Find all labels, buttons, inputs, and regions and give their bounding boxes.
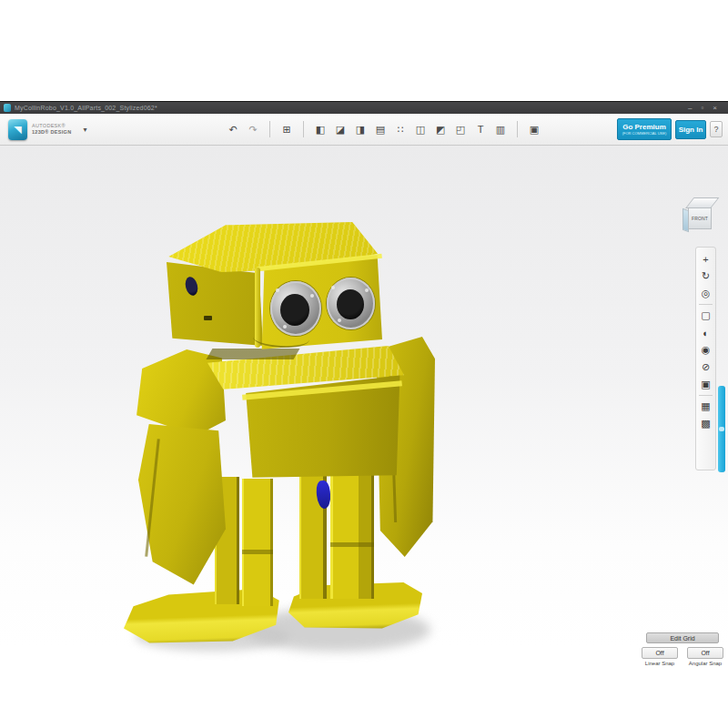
- window-title: MyCollinRobo_V1.0_AllParts_002_Stylized0…: [15, 105, 157, 111]
- robot-right-eye-sensor: [327, 278, 375, 329]
- linear-snap-button[interactable]: Off: [642, 647, 678, 659]
- toolbar-separator: [269, 121, 270, 137]
- brand-line-123d: 123D® DESIGN: [32, 129, 71, 136]
- view-cube[interactable]: FRONT: [682, 197, 715, 238]
- brand-line-autodesk: AUTODESK®: [32, 123, 71, 129]
- robot-head-slot: [204, 316, 212, 320]
- go-premium-sublabel: (FOR COMMERCIAL USE): [618, 131, 671, 136]
- tool-grouping-icon[interactable]: ◫: [413, 120, 428, 138]
- window-controls: – ▫ ×: [688, 104, 724, 113]
- snap-buttons-row: Off Linear Snap Off Angular Snap: [640, 647, 725, 666]
- tool-measure-icon[interactable]: ◰: [453, 120, 468, 138]
- sensor-bolt: [338, 318, 341, 322]
- tool-construct-icon[interactable]: ◨: [353, 120, 368, 138]
- robot-right-leg: [330, 471, 374, 599]
- grid-toggle-icon[interactable]: ▩: [698, 415, 713, 432]
- app-window: MyCollinRobo_V1.0_AllParts_002_Stylized0…: [0, 101, 728, 647]
- go-premium-button[interactable]: Go Premium (FOR COMMERCIAL USE): [617, 118, 672, 140]
- linear-snap-label: Linear Snap: [645, 661, 674, 666]
- zoom-icon[interactable]: ◎: [698, 285, 713, 302]
- tool-combine-icon[interactable]: ◩: [433, 120, 448, 138]
- robot-model[interactable]: [118, 222, 437, 677]
- go-premium-label: Go Premium: [618, 123, 671, 131]
- tool-sketch-icon[interactable]: ◪: [333, 120, 348, 138]
- app-icon: [4, 104, 11, 112]
- brand-text: AUTODESK® 123D® DESIGN: [32, 123, 71, 136]
- edit-grid-button[interactable]: Edit Grid: [646, 632, 719, 643]
- angular-snap-label: Angular Snap: [689, 661, 722, 666]
- angular-snap-group: Off Angular Snap: [685, 647, 725, 666]
- main-toolbar: ◥ AUTODESK® 123D® DESIGN ▾ ↶ ↷ ⊞ ◧ ◪ ◨ ▤…: [0, 114, 728, 146]
- viewport-3d[interactable]: FRONT + ↻ ◎ ▢ ◐ ◉ ⊘ ▣ ▦ ▩ Edit Grid: [0, 146, 728, 647]
- undo-icon[interactable]: ↶: [226, 120, 240, 138]
- robot-left-eye-sensor: [270, 281, 321, 336]
- tool-material-icon[interactable]: ▣: [527, 120, 541, 138]
- sign-in-button[interactable]: Sign In: [675, 120, 706, 139]
- view-nav-toolbar: + ↻ ◎ ▢ ◐ ◉ ⊘ ▣ ▦ ▩: [695, 247, 716, 470]
- tool-transform-icon[interactable]: ⊞: [279, 120, 294, 138]
- visibility-icon[interactable]: ◉: [698, 341, 713, 359]
- toolbar-separator: [517, 121, 518, 137]
- autodesk-logo-icon: ◥: [8, 119, 27, 140]
- tool-snap-icon[interactable]: ▥: [493, 120, 508, 138]
- pan-icon[interactable]: +: [698, 250, 713, 268]
- view-cube-front-face[interactable]: FRONT: [688, 207, 712, 229]
- fit-view-icon[interactable]: ▢: [698, 307, 713, 324]
- robot-left-pupil: [280, 294, 309, 326]
- minimize-button[interactable]: –: [688, 104, 692, 113]
- robot-left-shoulder: [133, 349, 226, 436]
- show-all-icon[interactable]: ▦: [698, 398, 713, 415]
- app-menu[interactable]: ◥ AUTODESK® 123D® DESIGN ▾: [0, 119, 98, 140]
- tool-icons: ↶ ↷ ⊞ ◧ ◪ ◨ ▤ ∷ ◫ ◩ ◰ T ▥ ▣: [226, 120, 541, 138]
- screenshot-icon[interactable]: ▣: [698, 376, 713, 393]
- linear-snap-group: Off Linear Snap: [640, 647, 680, 666]
- sensor-bolt: [276, 288, 279, 292]
- close-button[interactable]: ×: [713, 104, 717, 113]
- sensor-bolt: [283, 325, 287, 329]
- robot-right-knee-seam: [330, 542, 374, 547]
- nav-separator: [699, 395, 713, 396]
- sensor-bolt: [365, 288, 369, 292]
- nav-separator: [699, 304, 713, 305]
- help-button[interactable]: ?: [710, 121, 723, 137]
- robot-left-knee-seam: [242, 550, 273, 554]
- robot-right-pupil: [337, 289, 364, 319]
- redo-icon[interactable]: ↷: [246, 120, 260, 138]
- edit-grid-panel: Edit Grid Off Linear Snap Off Angular Sn…: [640, 632, 725, 666]
- tool-primitives-icon[interactable]: ◧: [313, 120, 328, 138]
- hide-sketches-icon[interactable]: ⊘: [698, 359, 713, 376]
- tool-modify-icon[interactable]: ▤: [373, 120, 388, 138]
- viewport-scrollbar[interactable]: [718, 386, 725, 472]
- orbit-icon[interactable]: ↻: [698, 268, 713, 285]
- chevron-down-icon[interactable]: ▾: [83, 126, 86, 134]
- robot-chin-shadow: [207, 349, 300, 359]
- screenshot-canvas: MyCollinRobo_V1.0_AllParts_002_Stylized0…: [0, 0, 728, 728]
- sensor-bolt: [310, 294, 314, 298]
- angular-snap-button[interactable]: Off: [687, 647, 723, 659]
- sensor-bolt: [331, 286, 335, 289]
- tool-text-icon[interactable]: T: [473, 120, 488, 138]
- tool-pattern-icon[interactable]: ∷: [393, 120, 408, 138]
- robot-left-leg: [242, 479, 273, 606]
- title-bar: MyCollinRobo_V1.0_AllParts_002_Stylized0…: [0, 101, 728, 114]
- shading-icon[interactable]: ◐: [698, 324, 713, 341]
- maximize-button[interactable]: ▫: [701, 104, 703, 113]
- toolbar-separator: [303, 121, 304, 137]
- account-area: Go Premium (FOR COMMERCIAL USE) Sign In …: [617, 118, 728, 140]
